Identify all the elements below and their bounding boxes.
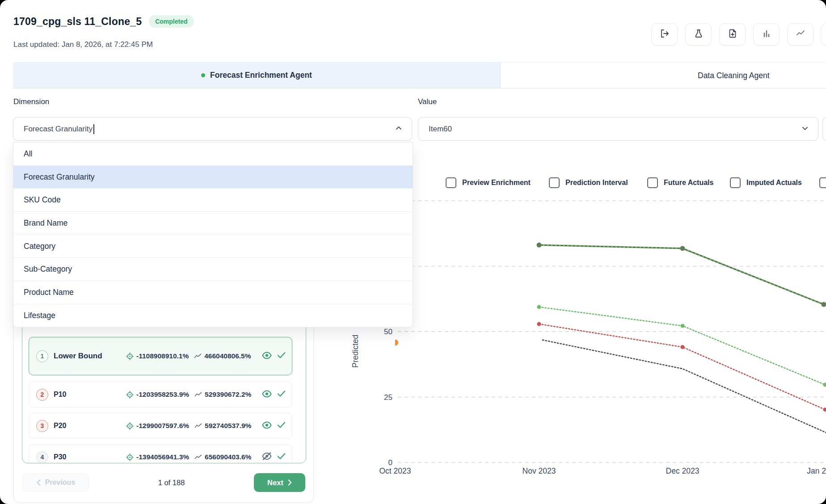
next-label: Next	[267, 479, 283, 487]
model-card[interactable]: 3 P20 -1299007597.6% 592740537.9%	[29, 413, 292, 439]
recommended-models-container: 1 Lower Bound -1108908910.1% 466040806.5…	[22, 313, 306, 463]
svg-text:Oct 2023: Oct 2023	[379, 466, 411, 475]
checkbox-icon[interactable]	[647, 177, 658, 188]
eye-icon[interactable]	[262, 423, 272, 430]
chart-option[interactable]: Future Actuals	[647, 177, 713, 188]
svg-text:Jan 2: Jan 2	[807, 466, 826, 475]
dropdown-option[interactable]: Category	[13, 235, 413, 258]
rank-badge: 1	[36, 350, 48, 362]
model-card[interactable]: 1 Lower Bound -1108908910.1% 466040806.5…	[29, 337, 292, 375]
rank-badge: 3	[36, 420, 48, 432]
dropdown-option[interactable]: Lifestage	[13, 304, 413, 327]
chart-option[interactable]: Preview Enrichment	[446, 177, 531, 188]
rank-badge: 4	[36, 451, 48, 463]
metric-accuracy: -1394056941.3%	[136, 453, 189, 461]
dropdown-option[interactable]: Sub-Category	[13, 258, 413, 281]
model-card[interactable]: 2 P10 -1203958253.9% 529390672.2%	[29, 382, 292, 407]
metric-accuracy: -1203958253.9%	[136, 391, 189, 399]
svg-text:Nov 2023: Nov 2023	[523, 466, 556, 475]
chart-option[interactable]: Prediction Interval	[549, 177, 628, 188]
checkbox-icon[interactable]	[446, 177, 456, 188]
target-icon	[126, 353, 134, 360]
page-indicator: 1 of 188	[89, 479, 254, 487]
dropdown-option[interactable]: All	[13, 143, 413, 166]
dropdown-option[interactable]: Forecast Granularity	[13, 166, 413, 189]
check-icon	[277, 352, 286, 361]
trend-icon	[194, 454, 202, 460]
dropdown-option[interactable]: SKU Code	[13, 189, 413, 212]
chart-option[interactable]	[819, 177, 826, 188]
previous-label: Previous	[45, 479, 76, 487]
model-name: P30	[54, 453, 121, 461]
target-icon	[126, 422, 134, 430]
metric-accuracy: -1108908910.1%	[136, 352, 189, 360]
svg-text:25: 25	[384, 393, 392, 402]
eye-icon[interactable]	[262, 391, 272, 399]
dimension-dropdown-menu: AllForecast GranularitySKU CodeBrand Nam…	[13, 142, 413, 328]
model-name: P10	[54, 391, 121, 399]
checkbox-label: Future Actuals	[664, 179, 713, 187]
checkbox-label: Imputed Actuals	[746, 179, 802, 187]
check-icon	[277, 390, 286, 399]
pagination: Previous 1 of 188 Next	[23, 473, 305, 492]
trend-icon	[194, 423, 202, 429]
next-button[interactable]: Next	[254, 473, 305, 492]
rank-badge: 2	[36, 389, 48, 401]
metric-trend: 592740537.9%	[205, 422, 251, 430]
svg-text:0: 0	[388, 458, 392, 467]
trend-icon	[194, 391, 202, 398]
dropdown-option[interactable]: Product Name	[13, 281, 413, 304]
previous-button[interactable]: Previous	[23, 474, 89, 491]
eye-icon[interactable]	[262, 353, 272, 361]
svg-text:50: 50	[384, 328, 392, 336]
app-window: 1007550250Oct 2023Nov 2023Dec 2023Jan 2P…	[0, 0, 826, 504]
checkbox-icon[interactable]	[549, 177, 560, 188]
metric-trend: 529390672.2%	[205, 391, 251, 399]
svg-text:Predicted: Predicted	[351, 335, 360, 368]
svg-text:Dec 2023: Dec 2023	[666, 466, 700, 475]
model-card[interactable]: 4 P30 -1394056941.3% 656090403.6%	[29, 444, 292, 463]
checkbox-label: Prediction Interval	[565, 179, 628, 187]
metric-accuracy: -1299007597.6%	[136, 422, 189, 430]
trend-icon	[194, 353, 202, 359]
metric-trend: 466040806.5%	[204, 352, 251, 360]
target-icon	[126, 454, 134, 461]
dropdown-option[interactable]: Brand Name	[13, 212, 413, 235]
model-name: Lower Bound	[54, 352, 121, 361]
checkbox-icon[interactable]	[819, 177, 826, 188]
target-icon	[126, 391, 134, 399]
checkbox-label: Preview Enrichment	[462, 179, 531, 187]
eye-off-icon[interactable]	[262, 454, 272, 462]
check-icon	[277, 453, 286, 462]
model-name: P20	[54, 422, 121, 430]
metric-trend: 656090403.6%	[205, 453, 251, 461]
chart-option[interactable]: Imputed Actuals	[730, 177, 802, 188]
checkbox-icon[interactable]	[730, 177, 741, 188]
check-icon	[277, 421, 286, 430]
